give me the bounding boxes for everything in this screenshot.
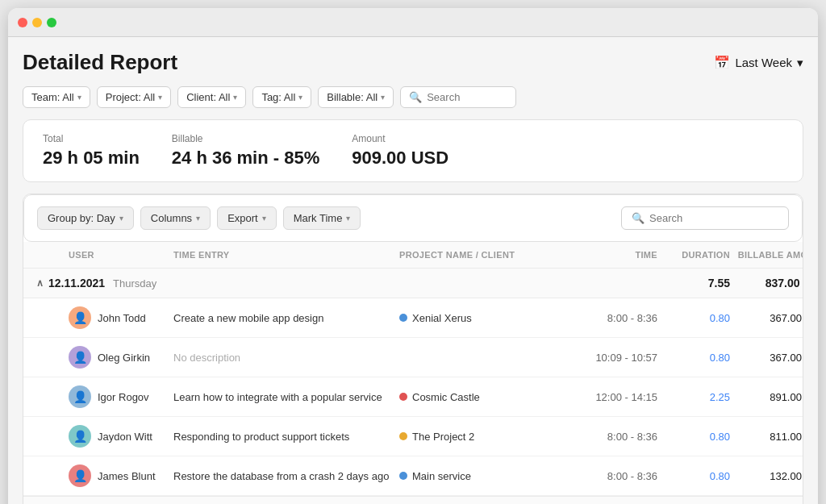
project-color-dot [399, 393, 407, 401]
page-title: Detailed Report [23, 50, 177, 75]
filter-tag[interactable]: Tag: All ▾ [252, 86, 311, 108]
chevron-down-icon: ▾ [233, 93, 237, 102]
group-duration-1: 7.55 [657, 277, 730, 289]
chevron-down-icon: ▾ [381, 93, 385, 102]
amount-label: Amount [352, 133, 448, 144]
export-button[interactable]: Export ▾ [217, 206, 277, 230]
amount-cell: 367.00 USD [730, 352, 803, 364]
minimize-button[interactable] [32, 18, 42, 27]
search-icon: 🔍 [409, 91, 422, 103]
amount-cell: 891.00 USD [730, 391, 803, 403]
table-row: 👤 Oleg Girkin No description 10:09 - 10:… [23, 338, 803, 377]
duration-cell[interactable]: 2.25 [657, 391, 730, 403]
chevron-down-icon: ▾ [262, 214, 266, 223]
chevron-down-icon: ▾ [196, 214, 200, 223]
close-button[interactable] [18, 18, 27, 27]
amount-cell: 811.00 USD [730, 431, 803, 443]
table-row: 👤 James Blunt Restore the database from … [23, 456, 803, 496]
col-billable: BILLABLE AMOUNT [730, 250, 803, 260]
project-color-dot [399, 432, 407, 440]
group-by-label: Group by: Day [48, 212, 115, 224]
avatar: 👤 [69, 464, 91, 487]
avatar: 👤 [69, 385, 91, 408]
group-row-1: ∧ 12.11.2021 Thursday 7.55 837.00 USD [23, 269, 803, 298]
time-entry-cell: Learn how to integrate with a popular se… [173, 391, 399, 403]
toolbar-search-input[interactable] [649, 212, 778, 224]
last-week-label: Last Week [735, 56, 792, 69]
chevron-down-icon: ▾ [797, 56, 803, 70]
col-user: USER [69, 250, 173, 260]
project-cell: Cosmic Castle [399, 391, 577, 403]
user-name: James Blunt [98, 470, 156, 482]
group-by-button[interactable]: Group by: Day ▾ [37, 206, 134, 230]
billable-value: 24 h 36 min - 85% [172, 148, 319, 169]
duration-cell[interactable]: 0.80 [657, 312, 730, 324]
amount-cell: 367.00 USD [730, 312, 803, 324]
chevron-down-icon: ▾ [77, 93, 81, 102]
duration-cell[interactable]: 0.80 [657, 431, 730, 443]
col-time-entry: TIME ENTRY [173, 250, 399, 260]
project-name: The Project 2 [412, 431, 474, 443]
group-date-1: 12.11.2021 [48, 277, 105, 289]
header-row: Detailed Report 📅 Last Week ▾ [23, 50, 803, 75]
filter-billable[interactable]: Billable: All ▾ [318, 86, 394, 108]
time-cell: 10:09 - 10:57 [577, 352, 657, 364]
time-cell: 8:00 - 8:36 [577, 312, 657, 324]
time-entry-cell: Restore the database from a crash 2 days… [173, 470, 399, 482]
stat-total: Total 29 h 05 min [43, 133, 140, 169]
chevron-down-icon: ▾ [119, 214, 123, 223]
expand-icon[interactable]: ∧ [36, 277, 44, 289]
duration-cell[interactable]: 0.80 [657, 352, 730, 364]
project-color-dot [399, 472, 407, 480]
user-name: Oleg Girkin [98, 352, 150, 364]
table-row: 👤 John Todd Create a new mobile app desi… [23, 298, 803, 338]
col-project: PROJECT NAME / CLIENT [399, 250, 577, 260]
toolbar-search-bar[interactable]: 🔍 [621, 206, 789, 230]
maximize-button[interactable] [47, 18, 56, 27]
filter-tag-label: Tag: All [261, 91, 295, 103]
filter-project[interactable]: Project: All ▾ [97, 86, 171, 108]
filter-billable-label: Billable: All [327, 91, 378, 103]
amount-value: 909.00 USD [352, 148, 448, 169]
group-row-2: ∧ 13.11.2021 Friday [23, 496, 803, 504]
filter-project-label: Project: All [106, 91, 155, 103]
time-entry-cell: Responding to product support tickets [173, 431, 399, 443]
filter-search-bar[interactable]: 🔍 [400, 86, 516, 108]
avatar: 👤 [69, 425, 91, 448]
chevron-down-icon: ▾ [158, 93, 162, 102]
titlebar [8, 8, 818, 37]
columns-button[interactable]: Columns ▾ [140, 206, 211, 230]
last-week-button[interactable]: 📅 Last Week ▾ [714, 55, 803, 70]
stats-card: Total 29 h 05 min Billable 24 h 36 min -… [23, 119, 803, 182]
main-table-card: Group by: Day ▾ Columns ▾ Export ▾ Mark … [23, 194, 803, 504]
filter-team-label: Team: All [31, 91, 74, 103]
project-cell: Xenial Xerus [399, 312, 577, 324]
user-cell: 👤 James Blunt [69, 464, 173, 487]
project-name: Main service [412, 470, 471, 482]
project-name: Cosmic Castle [412, 391, 480, 403]
time-cell: 8:00 - 8:36 [577, 431, 657, 443]
filter-search-input[interactable] [427, 91, 507, 103]
time-entry-cell: No description [173, 352, 399, 364]
total-value: 29 h 05 min [43, 148, 140, 169]
time-cell: 12:00 - 14:15 [577, 391, 657, 403]
filter-team[interactable]: Team: All ▾ [23, 86, 90, 108]
group-day-1: Thursday [113, 277, 156, 289]
mark-time-button[interactable]: Mark Time ▾ [283, 206, 361, 230]
project-cell: Main service [399, 470, 577, 482]
amount-cell: 132.00 USD [730, 470, 803, 482]
table-header: USER TIME ENTRY PROJECT NAME / CLIENT TI… [23, 242, 803, 269]
user-name: Igor Rogov [98, 391, 149, 403]
billable-label: Billable [172, 133, 319, 144]
filter-row: Team: All ▾ Project: All ▾ Client: All ▾… [23, 86, 803, 108]
chevron-down-icon: ▾ [298, 93, 302, 102]
time-entry-cell: Create a new mobile app design [173, 312, 399, 324]
calendar-icon: 📅 [714, 55, 730, 70]
col-expand [36, 250, 69, 260]
duration-cell[interactable]: 0.80 [657, 470, 730, 482]
stat-amount: Amount 909.00 USD [352, 133, 448, 169]
total-label: Total [43, 133, 140, 144]
filter-client[interactable]: Client: All ▾ [177, 86, 246, 108]
toolbar-left: Group by: Day ▾ Columns ▾ Export ▾ Mark … [37, 206, 361, 230]
project-color-dot [399, 314, 407, 322]
